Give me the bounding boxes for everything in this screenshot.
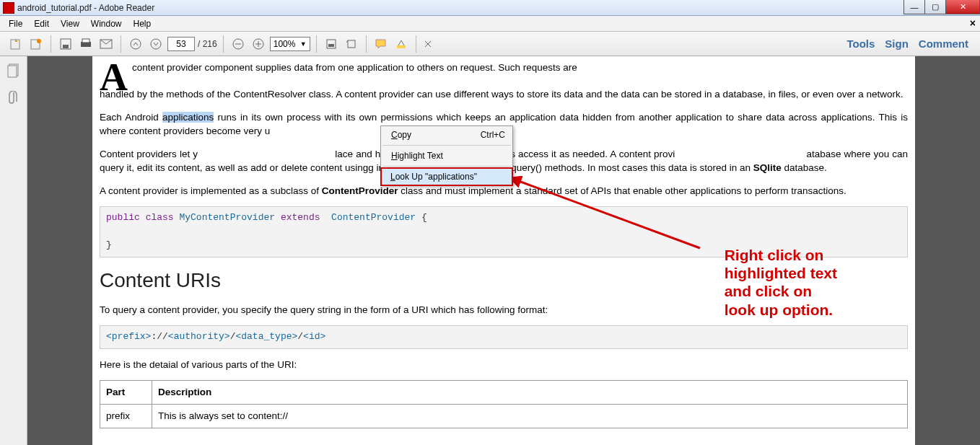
save-copy-icon[interactable] (323, 35, 340, 53)
para3-bold: SQlite (753, 162, 782, 173)
para6: Here is the detaial of various parts of … (100, 358, 908, 372)
close-document-button[interactable]: × (970, 17, 976, 29)
svg-rect-4 (63, 45, 69, 48)
svg-rect-6 (82, 39, 89, 43)
copy-shortcut: Ctrl+C (481, 130, 505, 140)
svg-point-2 (37, 39, 41, 43)
para3-tail: database. (782, 162, 827, 173)
zoom-in-icon[interactable] (250, 35, 267, 53)
annotation-text: Right click onhighlighted textand click … (725, 246, 837, 319)
drop-cap: A (100, 61, 132, 87)
th-part: Part (100, 381, 152, 405)
context-menu-copy[interactable]: CopyCtrl+C (381, 126, 512, 144)
read-mode-icon[interactable] (419, 35, 437, 53)
highlight-icon[interactable] (393, 35, 410, 53)
nav-sidebar (0, 56, 27, 445)
sign-panel-button[interactable]: Sign (885, 38, 909, 50)
zoom-select[interactable]: 100%▼ (270, 37, 310, 51)
menu-edit[interactable]: Edit (28, 17, 55, 30)
svg-rect-17 (348, 40, 355, 48)
svg-rect-16 (328, 44, 334, 47)
para4-a: A content provider is implemented as a s… (100, 185, 322, 196)
window-minimize-button[interactable]: — (904, 0, 925, 14)
window-maximize-button[interactable]: ▢ (924, 0, 946, 14)
export-pdf-icon[interactable] (7, 35, 25, 53)
table-row: prefixThis is always set to content:// (100, 405, 908, 428)
comment-panel-button[interactable]: Comment (919, 38, 968, 50)
email-icon[interactable] (97, 35, 115, 53)
create-pdf-icon[interactable] (27, 35, 45, 53)
para4-b: ContentProvider (322, 185, 398, 196)
code-block-2: <prefix>://<authority>/<data_type>/<id> (100, 325, 908, 349)
cell-desc: This is always set to content:// (152, 405, 908, 428)
page-down-icon[interactable] (147, 35, 165, 53)
para2-pre: Each Android (100, 112, 162, 123)
menu-file[interactable]: File (3, 17, 28, 30)
svg-rect-20 (8, 66, 17, 77)
context-menu-lookup[interactable]: Look Up "applications" (380, 167, 513, 186)
uri-parts-table: PartDescription prefixThis is always set… (100, 380, 908, 428)
para4-c: class and must implement a standard set … (398, 185, 846, 196)
th-desc: Description (152, 381, 908, 405)
zoom-out-icon[interactable] (229, 35, 247, 53)
tools-panel-button[interactable]: Tools (846, 38, 875, 50)
para1-cont: handled by the methods of the ContentRes… (100, 87, 908, 102)
para1-line1: content provider component supplies data… (132, 62, 577, 73)
page-total-label: / 216 (198, 39, 217, 49)
para2-mid: runs in its own process with its own per… (214, 112, 722, 123)
menu-view[interactable]: View (55, 17, 85, 30)
window-close-button[interactable]: ✕ (945, 0, 980, 14)
page-up-icon[interactable] (127, 35, 144, 53)
thumbnails-tab-icon[interactable] (4, 61, 24, 81)
cell-part: prefix (100, 405, 152, 428)
context-menu-highlight[interactable]: Highlight Text (381, 147, 512, 164)
page-number-input[interactable] (167, 37, 195, 51)
menu-help[interactable]: Help (128, 17, 157, 30)
app-icon (3, 2, 14, 14)
zoom-value: 100% (274, 39, 296, 49)
context-menu: CopyCtrl+C Highlight Text Look Up "appli… (380, 125, 513, 186)
svg-rect-18 (397, 45, 406, 48)
print-icon[interactable] (77, 35, 95, 53)
save-icon[interactable] (57, 35, 74, 53)
rotate-icon[interactable] (343, 35, 360, 53)
comment-icon[interactable] (372, 35, 390, 53)
window-title: android_tutorial.pdf - Adobe Reader (17, 3, 154, 13)
svg-point-8 (131, 39, 141, 49)
toolbar: / 216 100%▼ Tools Sign Comment (0, 32, 980, 56)
menubar: File Edit View Window Help (0, 16, 980, 32)
menu-window[interactable]: Window (85, 17, 128, 30)
highlighted-text[interactable]: applications (162, 112, 214, 123)
window-titlebar: android_tutorial.pdf - Adobe Reader — ▢ … (0, 0, 980, 16)
svg-point-9 (151, 39, 161, 49)
attachments-tab-icon[interactable] (4, 88, 24, 108)
